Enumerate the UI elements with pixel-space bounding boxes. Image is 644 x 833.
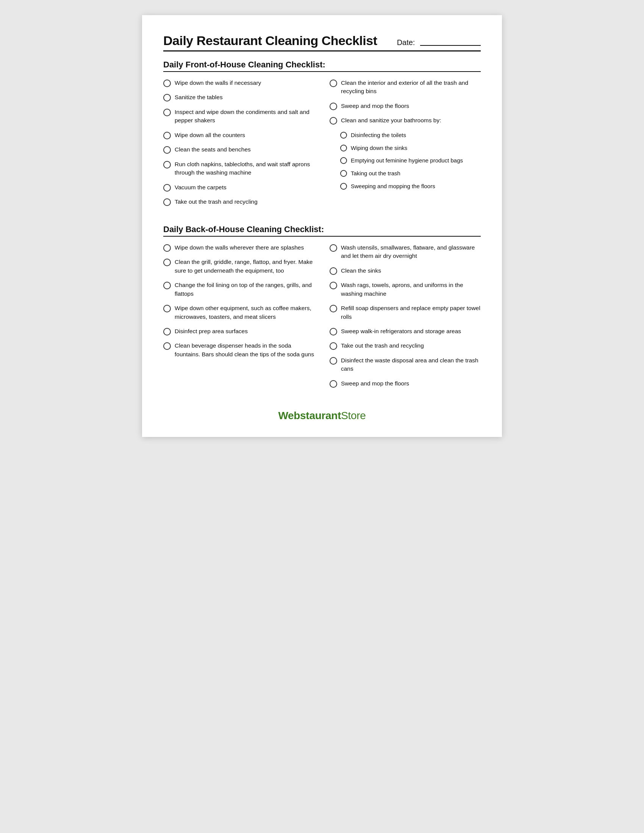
list-item: Refill soap dispensers and replace empty… [330, 304, 481, 321]
checklist-text: Clean the grill, griddle, range, flattop… [175, 258, 314, 275]
list-item: Clean the seats and benches [163, 145, 314, 154]
list-item: Taking out the trash [340, 169, 481, 178]
list-item: Clean and sanitize your bathrooms by: [330, 116, 481, 125]
checkbox-circle[interactable] [330, 342, 337, 350]
sub-checklist: Disinfecting the toilets Wiping down the… [330, 131, 481, 190]
checklist-text: Disinfect the waste disposal area and cl… [341, 356, 481, 373]
checkbox-circle[interactable] [330, 244, 337, 252]
front-right-col: Clean the interior and exterior of all t… [326, 79, 481, 212]
checkbox-circle[interactable] [340, 157, 347, 164]
checkbox-circle[interactable] [330, 103, 337, 110]
back-right-col: Wash utensils, smallwares, flatware, and… [326, 243, 481, 394]
list-item: Emptying out feminine hygiene product ba… [340, 156, 481, 165]
checklist-text: Clean the sinks [341, 267, 381, 275]
list-item: Wiping down the sinks [340, 144, 481, 152]
checklist-text: Sweeping and mopping the floors [351, 182, 435, 190]
checklist-text: Vacuum the carpets [175, 183, 227, 191]
checklist-text: Wipe down the walls if necessary [175, 79, 261, 87]
back-section-rule [163, 236, 481, 236]
checkbox-circle[interactable] [163, 161, 171, 169]
list-item: Clean the grill, griddle, range, flattop… [163, 258, 314, 275]
checkbox-circle[interactable] [163, 184, 171, 191]
front-left-col: Wipe down the walls if necessary Sanitiz… [163, 79, 326, 212]
checklist-text: Clean the interior and exterior of all t… [341, 79, 481, 96]
list-item: Take out the trash and recycling [163, 198, 314, 206]
checkbox-circle[interactable] [163, 305, 171, 312]
date-line [420, 45, 481, 46]
list-item: Clean the sinks [330, 267, 481, 275]
checklist-text: Wipe down other equipment, such as coffe… [175, 304, 314, 321]
list-item: Inspect and wipe down the condiments and… [163, 108, 314, 125]
footer-brand: WebstaurantStore [278, 410, 365, 421]
list-item: Sanitize the tables [163, 93, 314, 101]
list-item: Change the foil lining on top of the ran… [163, 281, 314, 298]
checkbox-circle[interactable] [330, 117, 337, 125]
list-item: Wipe down the walls if necessary [163, 79, 314, 87]
checklist-text: Taking out the trash [351, 169, 401, 178]
front-of-house-section: Daily Front-of-House Cleaning Checklist:… [163, 60, 481, 212]
checkbox-circle[interactable] [330, 328, 337, 336]
checklist-text: Emptying out feminine hygiene product ba… [351, 156, 463, 165]
list-item: Disinfect prep area surfaces [163, 327, 314, 336]
checklist-text: Inspect and wipe down the condiments and… [175, 108, 314, 125]
checklist-text: Clean the seats and benches [175, 145, 251, 154]
checkbox-circle[interactable] [163, 259, 171, 266]
footer: WebstaurantStore [163, 406, 481, 422]
checkbox-circle[interactable] [340, 170, 347, 177]
checkbox-circle[interactable] [330, 305, 337, 312]
list-item: Wipe down other equipment, such as coffe… [163, 304, 314, 321]
checkbox-circle[interactable] [330, 79, 337, 87]
header-rule [163, 50, 481, 51]
checkbox-circle[interactable] [330, 267, 337, 275]
checkbox-circle[interactable] [330, 282, 337, 289]
list-item: Sweep and mop the floors [330, 380, 481, 388]
checkbox-circle[interactable] [340, 132, 347, 138]
checklist-text: Change the foil lining on top of the ran… [175, 281, 314, 298]
checkbox-circle[interactable] [163, 94, 171, 101]
checkbox-circle[interactable] [163, 244, 171, 252]
list-item: Disinfect the waste disposal area and cl… [330, 356, 481, 373]
checklist-text: Sanitize the tables [175, 93, 223, 101]
checkbox-circle[interactable] [163, 146, 171, 154]
checkbox-circle[interactable] [163, 342, 171, 350]
date-label: Date: [397, 38, 481, 47]
front-section-rule [163, 71, 481, 72]
page-container: Daily Restaurant Cleaning Checklist Date… [142, 15, 502, 437]
list-item: Run cloth napkins, tablecloths, and wait… [163, 160, 314, 177]
checklist-text: Take out the trash and recycling [175, 198, 258, 206]
list-item: Wipe down the walls wherever there are s… [163, 243, 314, 252]
list-item: Clean the interior and exterior of all t… [330, 79, 481, 96]
checklist-text: Disinfecting the toilets [351, 131, 406, 139]
checkbox-circle[interactable] [330, 357, 337, 365]
list-item: Wash utensils, smallwares, flatware, and… [330, 243, 481, 261]
checklist-text: Clean and sanitize your bathrooms by: [341, 116, 441, 125]
checklist-text: Disinfect prep area surfaces [175, 327, 248, 336]
page-title: Daily Restaurant Cleaning Checklist [163, 33, 377, 48]
footer-brand-reg: Store [341, 410, 365, 421]
checkbox-circle[interactable] [163, 132, 171, 139]
checklist-text: Wiping down the sinks [351, 144, 407, 152]
list-item: Sweep walk-in refrigerators and storage … [330, 327, 481, 336]
back-section-title: Daily Back-of-House Cleaning Checklist: [163, 225, 481, 234]
list-item: Wipe down all the counters [163, 131, 314, 139]
checkbox-circle[interactable] [163, 328, 171, 336]
list-item: Disinfecting the toilets [340, 131, 481, 139]
checkbox-circle[interactable] [340, 183, 347, 190]
page-header: Daily Restaurant Cleaning Checklist Date… [163, 33, 481, 48]
checklist-text: Sweep and mop the floors [341, 380, 409, 388]
checklist-text: Take out the trash and recycling [341, 341, 424, 350]
checkbox-circle[interactable] [163, 109, 171, 116]
checklist-text: Sweep and mop the floors [341, 102, 409, 110]
list-item: Wash rags, towels, aprons, and uniforms … [330, 281, 481, 298]
checkbox-circle[interactable] [163, 282, 171, 289]
list-item: Sweep and mop the floors [330, 102, 481, 110]
front-section-title: Daily Front-of-House Cleaning Checklist: [163, 60, 481, 70]
checkbox-circle[interactable] [340, 145, 347, 151]
footer-brand-bold: Webstaurant [278, 410, 341, 421]
back-left-col: Wipe down the walls wherever there are s… [163, 243, 326, 394]
checkbox-circle[interactable] [330, 380, 337, 388]
checklist-text: Wash rags, towels, aprons, and uniforms … [341, 281, 481, 298]
checkbox-circle[interactable] [163, 198, 171, 206]
back-checklist-columns: Wipe down the walls wherever there are s… [163, 243, 481, 394]
checkbox-circle[interactable] [163, 79, 171, 87]
